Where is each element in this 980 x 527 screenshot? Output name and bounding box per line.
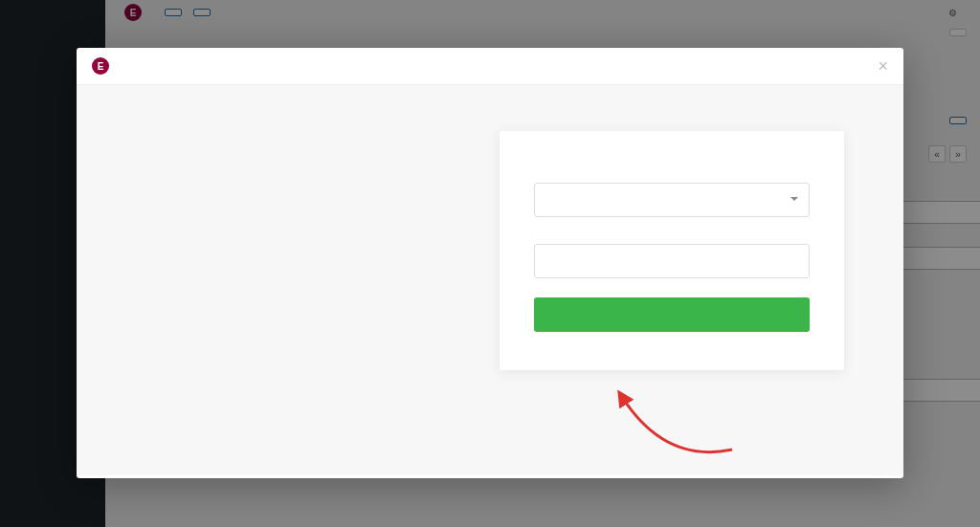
template-name-input[interactable] bbox=[534, 244, 810, 278]
modal-intro bbox=[77, 85, 440, 475]
new-template-modal: E × bbox=[77, 48, 903, 478]
elementor-badge-icon: E bbox=[92, 57, 109, 75]
modal-header: E × bbox=[77, 48, 903, 85]
close-icon[interactable]: × bbox=[878, 57, 888, 75]
create-template-button[interactable] bbox=[534, 297, 810, 332]
template-form-card bbox=[500, 131, 844, 370]
template-type-select[interactable] bbox=[534, 183, 810, 217]
